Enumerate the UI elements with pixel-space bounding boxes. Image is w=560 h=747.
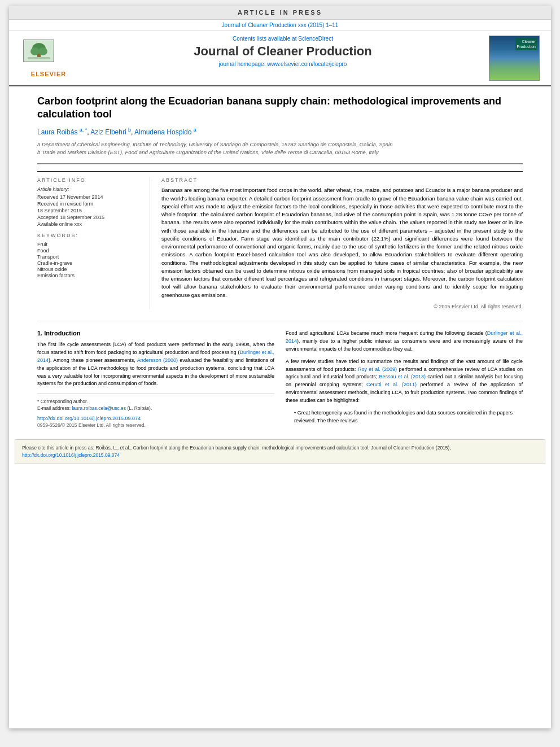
ref-andersson[interactable]: Andersson (2000)	[137, 357, 178, 363]
affiliations: a Department of Chemical Engineering, In…	[37, 141, 523, 157]
intro-heading: 1. Introduction	[37, 330, 274, 337]
science-direct-link-text[interactable]: ScienceDirect	[298, 36, 333, 42]
svg-point-3	[30, 47, 40, 55]
journal-info: Contents lists available at ScienceDirec…	[82, 36, 483, 81]
author-almudena[interactable]: Almudena Hospido	[134, 128, 191, 136]
cover-text: Cleaner Production	[515, 38, 537, 50]
journal-header: ELSEVIER Contents lists available at Sci…	[9, 31, 551, 86]
article-in-press-banner: ARTICLE IN PRESS	[9, 6, 551, 20]
intro-col-left: 1. Introduction The first life cycle ass…	[37, 330, 274, 428]
abstract-col: ABSTRACT Bananas are among the five most…	[161, 177, 523, 309]
received-date: Received 17 November 2014	[37, 194, 141, 200]
email-suffix: (L. Roibás).	[127, 405, 152, 411]
author-laura[interactable]: Laura Roibás	[37, 128, 77, 136]
article-info-section: ARTICLE INFO Article history: Received 1…	[37, 171, 523, 309]
article-title: Carbon footprint along the Ecuadorian ba…	[37, 95, 523, 121]
keyword-2: Food	[37, 248, 141, 254]
abstract-text: Bananas are among the five most importan…	[161, 186, 523, 299]
elsevier-label: ELSEVIER	[31, 71, 66, 77]
citation-doi-link[interactable]: http://dx.doi.org/10.1016/j.jclepro.2015…	[22, 452, 120, 458]
contents-prefix: Contents lists available at	[233, 36, 298, 42]
author-affil-a: a, *	[80, 127, 88, 133]
article-content: Carbon footprint along the Ecuadorian ba…	[9, 86, 551, 434]
accepted-date: Accepted 18 September 2015	[37, 215, 141, 220]
email-label: E-mail address:	[37, 405, 72, 411]
citation-box: Please cite this article in press as: Ro…	[15, 439, 545, 464]
ref-bessou[interactable]: Bessou et al. (2013)	[379, 374, 426, 379]
header-divider	[37, 163, 523, 164]
keyword-5: Nitrous oxide	[37, 267, 141, 272]
svg-rect-5	[28, 57, 50, 59]
homepage-link[interactable]: www.elsevier.com/locate/jclepro	[267, 61, 347, 67]
journal-homepage: journal homepage: www.elsevier.com/locat…	[88, 61, 478, 67]
bullet-1: Great heterogeneity was found in the met…	[294, 409, 523, 425]
svg-point-4	[38, 47, 47, 55]
journal-ref-text: Journal of Cleaner Production xxx (2015)…	[222, 22, 339, 28]
online-date: Available online xxx	[37, 221, 141, 227]
footnote-section: * Corresponding author. E-mail address: …	[37, 394, 274, 428]
intro-p1: The first life cycle assessments (LCA) o…	[37, 341, 274, 388]
citation-wrapper: Please cite this article in press as: Ro…	[9, 439, 551, 470]
footnote-email-line: E-mail address: laura.roibas.cela@usc.es…	[37, 405, 274, 412]
elsevier-logo	[23, 40, 74, 71]
cover-line1: Cleaner	[517, 39, 536, 44]
cover-line2: Production	[517, 44, 536, 49]
journal-cover-image: Cleaner Production	[489, 36, 540, 81]
journal-reference: Journal of Cleaner Production xxx (2015)…	[9, 20, 551, 31]
affiliation-b: b Trade and Markets Division (EST), Food…	[37, 148, 523, 156]
introduction-section: 1. Introduction The first life cycle ass…	[37, 330, 523, 428]
author-affil-b: b	[128, 127, 131, 133]
keyword-6: Emission factors	[37, 273, 141, 278]
elsevier-section: ELSEVIER	[15, 36, 82, 81]
authors-line: Laura Roibás a, *, Aziz Elbehri b, Almud…	[37, 127, 523, 136]
revised-date: 18 September 2015	[37, 208, 141, 213]
article-history-label: Article history:	[37, 186, 141, 192]
affiliation-a: a Department of Chemical Engineering, In…	[37, 141, 523, 148]
issn-line: 0959-6526/© 2015 Elsevier Ltd. All right…	[37, 422, 274, 428]
journal-title: Journal of Cleaner Production	[88, 44, 478, 59]
doi-link[interactable]: http://dx.doi.org/10.1016/j.jclepro.2015…	[37, 416, 274, 421]
intro-r-p1: Food and agricultural LCAs became much m…	[286, 330, 523, 353]
author-aziz[interactable]: Aziz Elbehri	[90, 128, 126, 136]
journal-cover-section: Cleaner Production	[483, 36, 545, 81]
keywords-section: Keywords: Fruit Food Transport Cradle-in…	[37, 233, 141, 278]
ref-roy[interactable]: Roy et al. (2009)	[358, 366, 397, 372]
science-direct-line: Contents lists available at ScienceDirec…	[88, 36, 478, 42]
keyword-3: Transport	[37, 254, 141, 260]
footnote-star-line: * Corresponding author.	[37, 399, 274, 405]
copyright: © 2015 Elsevier Ltd. All rights reserved…	[161, 304, 523, 309]
keyword-4: Cradle-in-grave	[37, 260, 141, 266]
intro-col-right: Food and agricultural LCAs became much m…	[286, 330, 523, 428]
banner-text: ARTICLE IN PRESS	[238, 9, 322, 16]
author-affil-a2: a	[194, 127, 196, 133]
intro-r-p2: A few review studies have tried to summa…	[286, 358, 523, 405]
ref-cerutti[interactable]: Cerutti et al. (2011)	[366, 382, 417, 387]
citation-label: Please cite this article in press as: Ro…	[22, 445, 451, 451]
homepage-prefix: journal homepage:	[219, 61, 268, 67]
elsevier-tree-image	[23, 40, 54, 62]
keyword-1: Fruit	[37, 242, 141, 247]
email-link[interactable]: laura.roibas.cela@usc.es	[72, 405, 126, 411]
article-info-col: ARTICLE INFO Article history: Received 1…	[37, 177, 150, 309]
page: ARTICLE IN PRESS Journal of Cleaner Prod…	[9, 6, 551, 728]
ref-durlinger2[interactable]: Durlinger et al., 2014	[286, 330, 523, 344]
abstract-label: ABSTRACT	[161, 177, 523, 183]
section-divider	[37, 321, 523, 321]
article-info-label: ARTICLE INFO	[37, 177, 141, 183]
revised-label: Received in revised form	[37, 201, 141, 207]
keywords-label: Keywords:	[37, 233, 141, 238]
